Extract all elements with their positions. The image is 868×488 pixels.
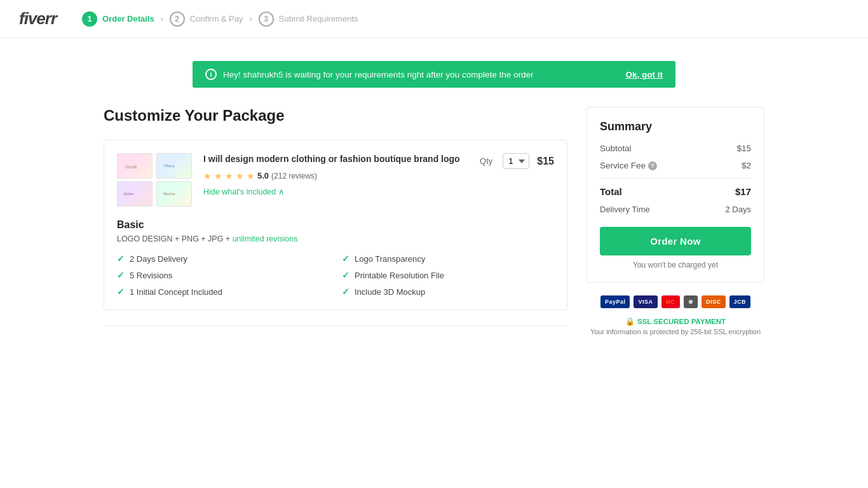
- summary-panel: Summary Subtotal $15 Service Fee ? $2 To…: [587, 107, 764, 283]
- check-icon-1: ✓: [342, 254, 349, 264]
- product-image-1: Soul&: [117, 153, 153, 179]
- alert-ok-link[interactable]: Ok, got it: [626, 70, 663, 79]
- delivery-value: 2 Days: [726, 205, 751, 214]
- feature-item-3: ✓Printable Resolution File: [342, 270, 554, 280]
- qty-price-section: Qty 1 2 3 $15: [480, 153, 554, 169]
- subtotal-label: Subtotal: [600, 144, 632, 153]
- step-2: 2 Confirm & Pay: [170, 11, 243, 27]
- ssl-label: 🔒 SSL SECURED PAYMENT: [587, 317, 764, 326]
- page-title: Customize Your Package: [104, 107, 567, 125]
- step-2-num: 2: [170, 11, 185, 27]
- service-fee-row: Service Fee ? $2: [600, 161, 751, 170]
- product-image-3: Eldon: [117, 181, 153, 207]
- feature-item-5: ✓Include 3D Mockup: [342, 287, 554, 297]
- check-icon-3: ✓: [342, 270, 349, 280]
- package-desc-revision: unlimited revisions: [233, 234, 298, 243]
- feature-item-0: ✓2 Days Delivery: [117, 254, 329, 264]
- product-title: I will design modern clothing or fashion…: [203, 153, 470, 166]
- subtotal-value: $15: [736, 144, 751, 153]
- subtotal-row: Subtotal $15: [600, 144, 751, 153]
- qty-label: Qty: [480, 156, 492, 166]
- logo-text: fiverr: [19, 9, 57, 28]
- step-1-num: 1: [82, 11, 97, 27]
- delivery-row: Delivery Time 2 Days: [600, 205, 751, 214]
- check-icon-4: ✓: [117, 287, 125, 297]
- feature-text-5: Include 3D Mockup: [355, 287, 425, 297]
- svg-text:Mocha: Mocha: [163, 192, 175, 196]
- left-column: Customize Your Package Soul& Tiffany Eld…: [104, 100, 567, 341]
- ssl-sub-text: Your information is protected by 256-bit…: [587, 328, 764, 336]
- alert-message: Hey! shahrukh5 is waiting for your requi…: [223, 70, 534, 79]
- star-4: ★: [236, 171, 244, 181]
- svg-text:Soul&: Soul&: [125, 165, 137, 169]
- package-desc: LOGO DESIGN + PNG + JPG + unlimited revi…: [117, 234, 554, 243]
- ssl-text-label: SSL SECURED PAYMENT: [637, 318, 726, 325]
- product-info: I will design modern clothing or fashion…: [203, 153, 470, 196]
- service-fee-help-icon[interactable]: ?: [648, 161, 657, 170]
- info-icon: i: [205, 69, 217, 80]
- star-2: ★: [214, 171, 222, 181]
- feature-text-3: Printable Resolution File: [355, 271, 444, 280]
- product-rating: ★ ★ ★ ★ ★ 5.0 (212 reviews): [203, 171, 470, 181]
- hide-included-link[interactable]: Hide what's included ∧: [203, 187, 285, 196]
- step-3-num: 3: [259, 11, 274, 27]
- section-divider: [104, 325, 567, 326]
- product-card: Soul& Tiffany Eldon Mocha I will design …: [104, 140, 567, 310]
- summary-title: Summary: [600, 120, 751, 133]
- step-1-label: Order Details: [102, 14, 154, 24]
- rating-score: 5.0: [257, 171, 269, 180]
- visa-icon: VISA: [634, 295, 657, 308]
- product-images: Soul& Tiffany Eldon Mocha: [117, 153, 193, 207]
- feature-text-4: 1 Initial Concept Included: [130, 287, 222, 297]
- step-3: 3 Submit Requirements: [259, 11, 358, 27]
- jcb-icon: JCB: [729, 295, 751, 308]
- check-icon-0: ✓: [117, 254, 125, 264]
- no-charge-text: You won't be charged yet: [600, 261, 751, 269]
- total-label: Total: [600, 186, 622, 197]
- header: fiverr 1 Order Details › 2 Confirm & Pay…: [0, 0, 868, 38]
- main-container: Customize Your Package Soul& Tiffany Eld…: [85, 100, 783, 367]
- star-3: ★: [225, 171, 233, 181]
- product-top: Soul& Tiffany Eldon Mocha I will design …: [117, 153, 554, 207]
- fiverr-logo: fiverr: [19, 9, 57, 29]
- ssl-section: 🔒 SSL SECURED PAYMENT Your information i…: [587, 317, 764, 336]
- alert-banner: i Hey! shahrukh5 is waiting for your req…: [193, 61, 675, 88]
- feature-item-4: ✓1 Initial Concept Included: [117, 287, 329, 297]
- step-3-label: Submit Requirements: [279, 14, 358, 24]
- svg-text:Eldon: Eldon: [124, 192, 133, 196]
- total-value: $17: [735, 186, 751, 197]
- qty-select[interactable]: 1 2 3: [503, 153, 529, 169]
- star-5: ★: [247, 171, 255, 181]
- package-section: Basic LOGO DESIGN + PNG + JPG + unlimite…: [117, 219, 554, 297]
- star-1: ★: [203, 171, 212, 181]
- step-arrow-2: ›: [250, 15, 252, 24]
- product-image-4: Mocha: [156, 181, 192, 207]
- package-name: Basic: [117, 219, 554, 231]
- check-icon-5: ✓: [342, 287, 349, 297]
- right-column: Summary Subtotal $15 Service Fee ? $2 To…: [587, 100, 764, 341]
- paypal-icon: PayPal: [600, 295, 630, 308]
- feature-item-1: ✓Logo Transparency: [342, 254, 554, 264]
- svg-text:Tiffany: Tiffany: [163, 164, 175, 168]
- product-image-2: Tiffany: [156, 153, 192, 179]
- service-fee-value: $2: [742, 161, 751, 170]
- features-grid: ✓2 Days Delivery✓Logo Transparency✓5 Rev…: [117, 254, 554, 297]
- feature-text-2: 5 Revisions: [130, 271, 172, 280]
- check-icon-2: ✓: [117, 270, 125, 280]
- package-desc-main: LOGO DESIGN + PNG + JPG +: [117, 234, 233, 243]
- steps-nav: 1 Order Details › 2 Confirm & Pay › 3 Su…: [82, 11, 358, 27]
- feature-text-0: 2 Days Delivery: [130, 254, 187, 264]
- payment-icons: PayPal VISA MC ⊕ DISC JCB: [587, 295, 764, 308]
- mastercard-icon: MC: [661, 295, 680, 308]
- service-fee-label-wrap: Service Fee ?: [600, 161, 657, 170]
- order-now-button[interactable]: Order Now: [600, 227, 751, 255]
- feature-item-2: ✓5 Revisions: [117, 270, 329, 280]
- step-arrow-1: ›: [161, 15, 163, 24]
- step-2-label: Confirm & Pay: [190, 14, 243, 24]
- total-row: Total $17: [600, 178, 751, 197]
- discover-icon: DISC: [702, 295, 726, 308]
- delivery-label: Delivery Time: [600, 205, 650, 214]
- service-fee-label: Service Fee: [600, 161, 646, 170]
- step-1: 1 Order Details: [82, 11, 154, 27]
- diners-icon: ⊕: [684, 295, 698, 308]
